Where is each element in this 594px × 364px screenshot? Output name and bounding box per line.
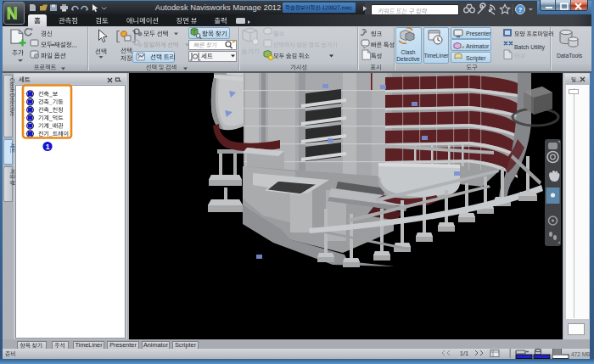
svg-text:Presenter: Presenter (466, 31, 491, 36)
svg-text:Clash: Clash (401, 49, 416, 55)
svg-text:Autodesk Navisworks Manage 201: Autodesk Navisworks Manage 2012 (155, 3, 281, 12)
svg-text:Clash Detective: Clash Detective (9, 78, 15, 116)
svg-text:TimeLiner: TimeLiner (423, 53, 449, 59)
svg-text:Batch Utility: Batch Utility (514, 44, 545, 51)
svg-text:472 MB: 472 MB (571, 351, 590, 357)
svg-text:1: 1 (46, 143, 50, 151)
svg-text:?: ? (518, 6, 523, 14)
svg-text:DataTools: DataTools (557, 53, 583, 59)
svg-text:Scripter: Scripter (466, 55, 486, 62)
svg-text:1/1: 1/1 (460, 350, 468, 357)
svg-text:Animator: Animator (466, 43, 490, 49)
svg-text:Detective: Detective (396, 56, 420, 62)
